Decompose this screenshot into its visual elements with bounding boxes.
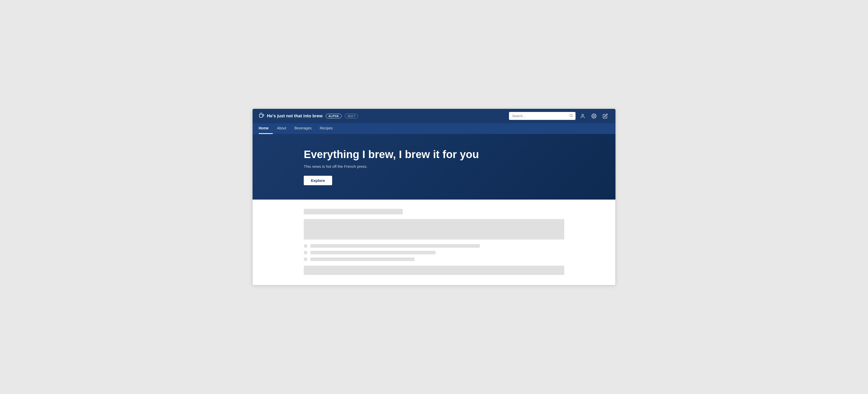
content-area [253,200,615,285]
user-icon [580,113,585,119]
top-bar: He's just not that into brew ALPHA v0.0.… [253,109,615,123]
browser-window: He's just not that into brew ALPHA v0.0.… [252,109,616,285]
settings-icon [591,113,596,119]
skeleton-list [304,244,564,261]
skeleton-footer [304,266,564,275]
skeleton-dot-3 [304,257,307,261]
nav-beverages[interactable]: Beverages [290,123,316,134]
explore-button[interactable]: Explore [304,176,332,185]
settings-button[interactable] [590,112,598,120]
skeleton-list-item-2 [304,251,564,254]
search-button[interactable] [567,112,576,120]
search-icon [569,114,573,117]
user-button[interactable] [579,112,587,120]
skeleton-block-main [304,219,564,240]
hero-section: Everything I brew, I brew it for you Thi… [253,134,615,200]
logo-icon [259,112,264,119]
logo-area: He's just not that into brew [259,112,323,119]
sub-nav: Home About Beverages Recipes [253,123,615,134]
skeleton-list-item-1 [304,244,564,248]
nav-home[interactable]: Home [259,123,273,134]
badge-alpha: ALPHA [326,114,342,118]
search-input[interactable] [509,112,567,120]
skeleton-title [304,209,403,215]
skeleton-line-3 [310,257,414,261]
svg-line-4 [572,116,573,117]
search-box [509,112,576,120]
skeleton-dot-1 [304,244,307,248]
hero-subtitle: This news is hot off the French press. [304,164,564,169]
edit-button[interactable] [601,112,609,120]
app-title: He's just not that into brew [267,113,323,119]
nav-recipes[interactable]: Recipes [315,123,337,134]
skeleton-list-item-3 [304,257,564,261]
skeleton-line-1 [310,244,480,248]
skeleton-line-2 [310,251,436,254]
svg-point-6 [593,115,595,117]
skeleton-dot-2 [304,251,307,254]
edit-icon [602,113,608,119]
badge-version: v0.0.7 [345,114,358,118]
svg-point-5 [582,114,584,116]
hero-title: Everything I brew, I brew it for you [304,148,564,161]
nav-about[interactable]: About [273,123,290,134]
